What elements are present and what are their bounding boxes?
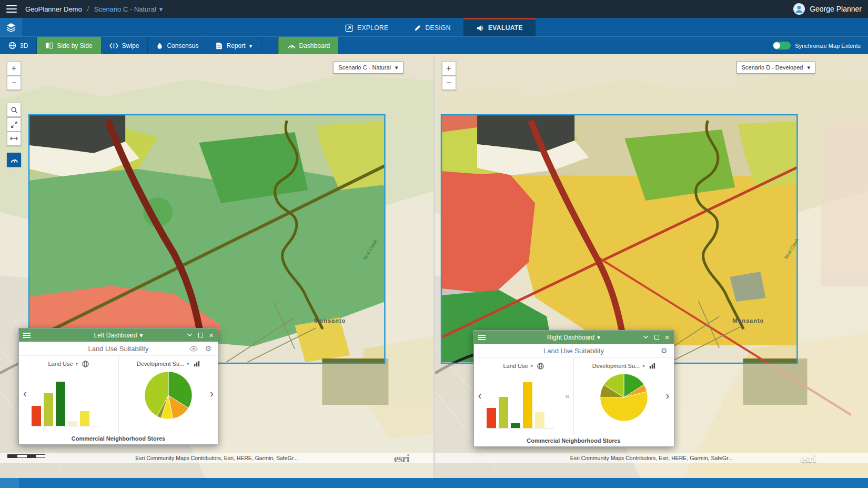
expand-extent-button[interactable]: [7, 117, 21, 132]
land-use-selector[interactable]: Land Use ▾: [503, 363, 533, 369]
sync-extents-toggle[interactable]: [773, 42, 791, 49]
search-icon: [11, 106, 18, 114]
tab-design[interactable]: DESIGN: [401, 18, 463, 36]
layers-button[interactable]: [0, 18, 22, 36]
3d-button-label: 3D: [20, 42, 28, 49]
consensus-label: Consensus: [167, 42, 198, 49]
map-scale-bar: [7, 454, 45, 458]
bar-chart-icon: [649, 363, 655, 369]
tab-design-label: DESIGN: [425, 24, 450, 32]
right-dashboard-window: Right Dashboard ▾ × Land Use Suitability…: [473, 330, 674, 447]
breadcrumb-scenario-dropdown[interactable]: Scenario C - Natural ▾: [94, 5, 163, 13]
development-pie-chart: [599, 373, 649, 422]
report-document-icon: [216, 42, 223, 49]
app-menu-icon[interactable]: [6, 5, 17, 13]
plus-icon: +: [446, 63, 451, 74]
gauge-icon: [10, 156, 18, 163]
caret-down-icon: ▾: [187, 361, 189, 366]
caret-down-icon[interactable]: ▾: [140, 332, 143, 339]
carousel-prev-icon[interactable]: ‹: [478, 390, 482, 401]
dashboard-map-button[interactable]: [7, 153, 21, 167]
zoom-out-button[interactable]: −: [7, 76, 21, 90]
dashboard-button[interactable]: Dashboard: [278, 37, 339, 54]
carousel-prev-icon[interactable]: ‹: [23, 387, 27, 399]
caret-down-icon[interactable]: ▾: [597, 334, 600, 341]
dashboard-charts-row: Land Use ▾ Development Su... ▾: [19, 356, 218, 433]
breadcrumb-scenario-label: Scenario C - Natural: [94, 5, 156, 13]
bar-segment: [523, 382, 532, 428]
chart-caption: Commercial Neighborhood Stores: [474, 435, 674, 446]
zoom-in-button[interactable]: +: [442, 61, 456, 75]
dashboard-label: Dashboard: [299, 42, 330, 49]
user-avatar-icon: [793, 3, 805, 15]
compare-extent-button[interactable]: [7, 132, 21, 146]
left-scenario-selector[interactable]: Scenario C - Natural ▾: [333, 61, 403, 74]
widget-title: Land Use Suitability: [543, 347, 604, 355]
dashboard-charts-row: Land Use ▾ Development Su... ▾: [474, 358, 674, 435]
swipe-label: Swipe: [122, 42, 139, 49]
visibility-eye-icon[interactable]: [189, 346, 198, 352]
development-pie-chart: [144, 371, 193, 420]
caret-down-icon: ▾: [249, 42, 253, 49]
left-map-pane: Monsanto Seal Creek + − Scenario C -: [0, 54, 433, 478]
dashboard-menu-icon[interactable]: [23, 333, 31, 338]
bar-segment: [80, 411, 89, 426]
minus-icon: −: [12, 78, 17, 88]
zoom-out-button[interactable]: −: [442, 76, 456, 90]
tab-evaluate[interactable]: EVALUATE: [463, 18, 536, 36]
side-by-side-button[interactable]: Side by Side: [37, 37, 100, 54]
sync-extents-control: Synchronize Map Extents: [773, 37, 868, 54]
tab-explore[interactable]: EXPLORE: [332, 18, 401, 36]
left-dashboard-title: Left Dashboard: [94, 332, 137, 339]
close-window-icon[interactable]: ×: [665, 333, 670, 341]
gear-icon[interactable]: ⚙: [205, 344, 211, 353]
report-button[interactable]: Report ▾: [207, 37, 261, 54]
bottom-bar-widget[interactable]: [0, 478, 19, 488]
bar-segment: [68, 421, 77, 426]
search-button[interactable]: [7, 103, 21, 117]
maximize-window-icon[interactable]: [654, 335, 659, 340]
zoom-in-button[interactable]: +: [7, 61, 21, 75]
caret-down-icon: ▾: [807, 64, 810, 71]
swipe-button[interactable]: Swipe: [101, 37, 148, 54]
close-window-icon[interactable]: ×: [209, 331, 214, 339]
right-scenario-selector[interactable]: Scenario D - Developed ▾: [736, 61, 815, 74]
land-use-bar-chart: [487, 378, 554, 429]
user-name: George Planner: [810, 5, 862, 13]
left-dashboard-header[interactable]: Left Dashboard ▾ ×: [19, 328, 218, 342]
carousel-collapse-icon[interactable]: «: [566, 392, 570, 400]
3d-button[interactable]: 3D: [0, 37, 37, 54]
gear-icon[interactable]: ⚙: [661, 346, 668, 355]
left-scenario-value: Scenario C - Natural: [338, 64, 391, 71]
right-scenario-value: Scenario D - Developed: [742, 64, 803, 71]
globe-icon: [82, 361, 89, 367]
development-selector[interactable]: Development Su... ▾: [137, 361, 189, 367]
consensus-button[interactable]: Consensus: [148, 37, 207, 54]
collapse-window-icon[interactable]: [643, 335, 649, 339]
carousel-next-icon[interactable]: ›: [210, 387, 214, 399]
collapse-window-icon[interactable]: [187, 333, 193, 337]
bar-segment: [487, 408, 496, 428]
bar-segment: [535, 412, 544, 428]
bottom-status-bar: [0, 478, 868, 488]
caret-down-icon: ▾: [159, 5, 163, 13]
land-use-selector-value: Land Use: [503, 363, 528, 369]
caret-down-icon: ▾: [642, 363, 645, 369]
user-menu[interactable]: George Planner: [793, 3, 862, 15]
carousel-next-icon[interactable]: ›: [666, 390, 670, 401]
right-dashboard-header[interactable]: Right Dashboard ▾ ×: [474, 331, 674, 344]
development-selector[interactable]: Development Su... ▾: [592, 363, 645, 369]
maximize-window-icon[interactable]: [198, 333, 203, 337]
land-use-selector[interactable]: Land Use ▾: [48, 361, 78, 367]
side-by-side-icon: [45, 42, 53, 49]
layers-icon: [6, 22, 16, 33]
esri-logo: esri: [800, 452, 815, 465]
bar-segment: [511, 423, 520, 429]
gauge-icon: [287, 42, 296, 49]
expand-icon: [11, 121, 18, 128]
development-chart-card: Development Su... ▾: [573, 358, 674, 435]
widget-title: Land Use Suitability: [88, 345, 149, 353]
dashboard-menu-icon[interactable]: [478, 335, 486, 340]
mode-tabs: EXPLORE DESIGN EVALUATE: [332, 18, 536, 36]
left-dashboard-window: Left Dashboard ▾ × Land Use Suitability: [18, 328, 218, 445]
